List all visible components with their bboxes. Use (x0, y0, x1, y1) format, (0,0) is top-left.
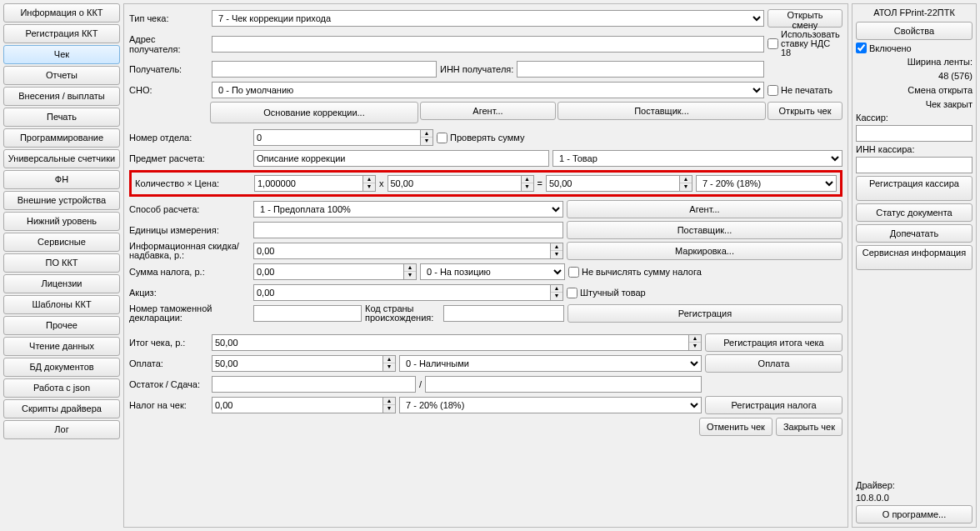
inf-skidka-input[interactable] (253, 243, 550, 259)
nav-chtenie[interactable]: Чтение данных (3, 337, 120, 356)
nalog-chek-input[interactable] (212, 397, 382, 413)
otkryt-smenu-button[interactable]: Открыть смену (768, 9, 842, 28)
tip-cheka-select[interactable]: 7 - Чек коррекции прихода (212, 10, 764, 27)
nav-nizhniy[interactable]: Нижний уровень (3, 212, 120, 231)
sum-spinner[interactable]: ▲▼ (679, 175, 692, 192)
markirovka-button[interactable]: Маркировка... (567, 242, 842, 260)
ne-pechatat-checkbox[interactable] (768, 85, 778, 96)
nav-prochee[interactable]: Прочее (3, 316, 120, 335)
nav-info-kkt[interactable]: Информация о ККТ (3, 3, 120, 23)
akciz-spinner[interactable]: ▲▼ (550, 284, 563, 301)
ed-izm-input[interactable] (253, 222, 563, 238)
nav-schetchiki[interactable]: Универсальные счетчики (3, 149, 120, 168)
nav-fn[interactable]: ФН (3, 170, 120, 189)
otkryt-chek-button[interactable]: Открыть чек (768, 102, 842, 120)
itog-cheka-spinner[interactable]: ▲▼ (688, 334, 702, 351)
inn-kassira-input[interactable] (856, 157, 972, 173)
price-spinner[interactable]: ▲▼ (521, 175, 534, 192)
servisnaya-button[interactable]: Сервисная информация (856, 245, 972, 270)
predmet-desc-input[interactable] (253, 150, 549, 167)
nav-log[interactable]: Лог (3, 420, 120, 439)
summa-naloga-input[interactable] (253, 263, 403, 280)
inf-skidka-spinner[interactable]: ▲▼ (550, 243, 563, 259)
agent-top-button[interactable]: Агент... (420, 102, 556, 120)
otmenit-chek-button[interactable]: Отменить чек (699, 418, 772, 436)
vklyucheno-checkbox[interactable] (856, 43, 867, 53)
nalog-chek-type-select[interactable]: 7 - 20% (18%) (399, 397, 702, 413)
nav-otchety[interactable]: Отчеты (3, 66, 120, 85)
itog-cheka-input[interactable] (212, 334, 688, 351)
postavshik-top-button[interactable]: Поставщик... (558, 102, 766, 120)
nav-reg-kkt[interactable]: Регистрация ККТ (3, 24, 120, 43)
summa-naloga-spinner[interactable]: ▲▼ (403, 263, 417, 280)
kassir-label: Кассир: (856, 113, 972, 123)
status-doc-button[interactable]: Статус документа (856, 203, 972, 222)
ne-vychislyat-checkbox[interactable] (568, 267, 579, 278)
qty-input[interactable] (254, 175, 362, 192)
nav-servisnye[interactable]: Сервисные (3, 233, 120, 252)
oplata-button[interactable]: Оплата (705, 354, 842, 373)
kod-strany-input[interactable] (443, 305, 564, 322)
nav-skripty[interactable]: Скрипты драйвера (3, 399, 120, 418)
kassir-input[interactable] (856, 125, 972, 142)
ostatok-input[interactable] (212, 376, 416, 393)
adres-poluch-label: Адрес получателя: (129, 34, 208, 54)
adres-poluch-input[interactable] (212, 36, 764, 53)
o-programme-button[interactable]: О программе... (856, 505, 972, 523)
sno-select[interactable]: 0 - По умолчанию (212, 82, 764, 98)
oplata-spinner[interactable]: ▲▼ (382, 355, 396, 372)
agent-button[interactable]: Агент... (567, 200, 842, 218)
sposob-rasch-select[interactable]: 1 - Предоплата 100% (253, 201, 563, 218)
nalog-pos-select[interactable]: 0 - На позицию (420, 263, 565, 280)
inf-skidka-label: Информационная скидка/надбавка, р.: (129, 242, 250, 260)
nalog-chek-spinner[interactable]: ▲▼ (382, 397, 396, 413)
nomer-tamozh-input[interactable] (253, 305, 362, 322)
ne-vychislyat-check[interactable]: Не вычислять сумму налога (568, 267, 702, 278)
price-input[interactable] (388, 175, 521, 192)
reg-itoga-button[interactable]: Регистрация итога чека (705, 333, 842, 352)
akciz-label: Акциз: (129, 288, 250, 298)
nav-vneseniya[interactable]: Внесения / выплаты (3, 87, 120, 106)
nav-shablony[interactable]: Шаблоны ККТ (3, 295, 120, 314)
sum-input[interactable] (546, 175, 679, 192)
nav-pechat[interactable]: Печать (3, 108, 120, 127)
nav-licenzii[interactable]: Лицензии (3, 274, 120, 293)
isp-nds-check[interactable]: Использовать ставку НДС 18 (768, 30, 842, 58)
nav-bd-doc[interactable]: БД документов (3, 358, 120, 377)
reg-naloga-button[interactable]: Регистрация налога (705, 396, 842, 414)
svoistva-button[interactable]: Свойства (856, 22, 972, 40)
inn-poluch-input[interactable] (517, 61, 764, 78)
vat-select[interactable]: 7 - 20% (18%) (696, 175, 837, 192)
isp-nds-label: Использовать ставку НДС 18 (781, 30, 842, 58)
nomer-otdela-spinner[interactable]: ▲▼ (420, 129, 433, 146)
vklyucheno-check[interactable]: Включено (856, 43, 972, 53)
osnovanie-button[interactable]: Основание коррекции... (210, 102, 418, 123)
poluchatel-label: Получатель: (129, 64, 208, 74)
oplata-type-select[interactable]: 0 - Наличными (399, 355, 702, 372)
poluchatel-input[interactable] (212, 61, 437, 78)
zakryt-chek-button[interactable]: Закрыть чек (776, 418, 842, 436)
registraciya-button[interactable]: Регистрация (568, 304, 842, 323)
predmet-type-select[interactable]: 1 - Товар (552, 150, 842, 167)
proveryat-summu-checkbox[interactable] (437, 133, 448, 143)
nav-chek[interactable]: Чек (3, 45, 120, 64)
main-panel: Тип чека: 7 - Чек коррекции прихода Откр… (123, 3, 848, 528)
qty-spinner[interactable]: ▲▼ (362, 175, 376, 192)
shtuchny-check[interactable]: Штучный товар (567, 288, 646, 298)
akciz-input[interactable] (253, 284, 550, 301)
dopechatat-button[interactable]: Допечатать (856, 224, 972, 243)
driver-version: 10.8.0.0 (856, 493, 972, 503)
postavshik-button[interactable]: Поставщик... (567, 221, 842, 239)
sdacha-input[interactable] (425, 376, 702, 393)
oplata-input[interactable] (212, 355, 382, 372)
ne-pechatat-check[interactable]: Не печатать (768, 85, 842, 96)
isp-nds-checkbox[interactable] (768, 38, 778, 49)
shtuchny-checkbox[interactable] (567, 288, 578, 298)
nav-vneshnie[interactable]: Внешние устройства (3, 191, 120, 210)
reg-kassira-button[interactable]: Регистрация кассира (856, 176, 972, 201)
nomer-otdela-input[interactable] (253, 129, 420, 146)
nav-po-kkt[interactable]: ПО ККТ (3, 253, 120, 273)
proveryat-summu-check[interactable]: Проверять сумму (437, 133, 524, 143)
nav-json[interactable]: Работа с json (3, 378, 120, 398)
nav-programmirovanie[interactable]: Программирование (3, 128, 120, 148)
